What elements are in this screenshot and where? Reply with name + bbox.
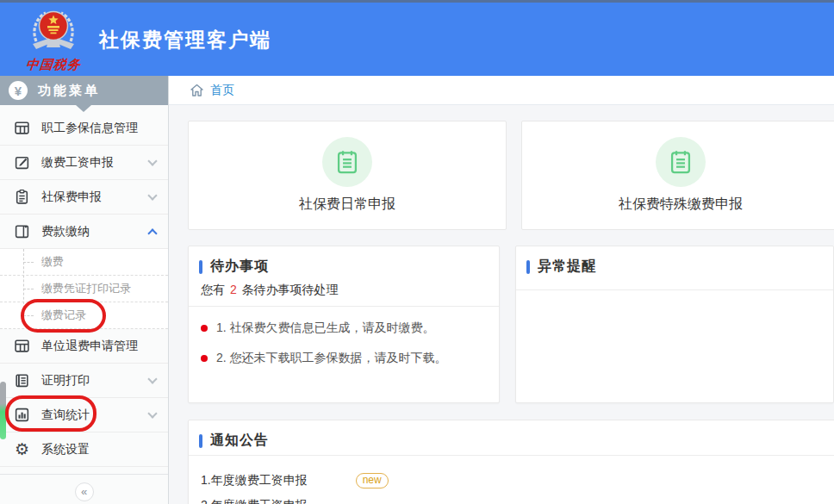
title-accent-bar [526, 260, 530, 274]
submenu-item-label: 缴费 [41, 254, 64, 270]
sidebar-item-social-fee-declaration[interactable]: 社保费申报 [0, 180, 168, 215]
new-badge: new [356, 473, 389, 488]
panel-head: 通知公告 [189, 420, 834, 450]
red-dot-icon [201, 355, 208, 362]
yen-icon: ¥ [9, 81, 28, 100]
tax-bureau-logo: 中国税务 [14, 5, 93, 76]
fee-payment-submenu: 缴费 缴费凭证打印记录 缴费记录 [0, 249, 168, 329]
todo-item-text: 2. 您还未下载职工参保数据，请及时下载。 [216, 351, 447, 366]
menu-list: 职工参保信息管理 缴费工资申报 社保费申报 费款缴纳 缴费 [0, 105, 168, 501]
chevron-up-icon [147, 228, 157, 238]
sidebar-item-refund-application[interactable]: 单位退费申请管理 [0, 329, 168, 364]
todo-panel-title: 待办事项 [210, 258, 269, 276]
todo-item[interactable]: 2. 您还未下载职工参保数据，请及时下载。 [201, 351, 487, 366]
sidebar-item-label: 证明打印 [41, 373, 149, 389]
notepad-icon [666, 147, 695, 177]
sidebar-item-fee-payment[interactable]: 费款缴纳 [0, 215, 168, 249]
app-title: 社保费管理客户端 [99, 27, 271, 53]
sidebar-footer: « [0, 474, 168, 501]
sidebar: ¥ 功能菜单 职工参保信息管理 缴费工资申报 社保费申报 [0, 76, 169, 504]
notice-item-text: 1.年度缴费工资申报 [201, 473, 308, 488]
green-circle [322, 137, 372, 187]
sidebar-item-label: 费款缴纳 [41, 224, 149, 240]
notice-panel-title: 通知公告 [210, 432, 269, 450]
sidebar-subitem-payment-voucher-print-record[interactable]: 缴费凭证打印记录 [0, 276, 168, 302]
breadcrumb: 首页 [169, 76, 834, 105]
bar-chart-icon [14, 407, 30, 423]
sidebar-subitem-payment-record[interactable]: 缴费记录 [0, 302, 168, 329]
submenu-item-label: 缴费凭证打印记录 [41, 281, 131, 296]
sidebar-item-query-statistics[interactable]: 查询统计 [0, 398, 168, 432]
document-lines-icon [14, 372, 30, 389]
sidebar-item-label: 查询统计 [41, 408, 149, 423]
sidebar-subitem-pay[interactable]: 缴费 [0, 249, 168, 276]
todo-list: 1. 社保费欠费信息已生成，请及时缴费。 2. 您还未下载职工参保数据，请及时下… [189, 307, 499, 366]
sidebar-item-label: 系统设置 [41, 442, 156, 457]
clipboard-icon [14, 189, 30, 205]
sidebar-item-label: 缴费工资申报 [41, 155, 149, 171]
chevron-down-icon [147, 156, 157, 165]
todo-item-text: 1. 社保费欠费信息已生成，请及时缴费。 [216, 320, 435, 336]
sidebar-item-label: 单位退费申请管理 [41, 339, 156, 354]
collapse-sidebar-button[interactable]: « [75, 482, 94, 501]
card-label: 社保费特殊缴费申报 [619, 196, 743, 214]
divider [516, 289, 833, 290]
grid-table-icon [14, 120, 30, 136]
todo-panel: 待办事项 您有 2 条待办事项待处理 1. 社保费欠费信息已生成，请及时缴费。 … [188, 246, 500, 403]
card-daily-declaration[interactable]: 社保费日常申报 [188, 121, 507, 230]
content: 社保费日常申报 社保费特殊缴费申报 待办事项 您有 2 条待办事项待处理 [169, 105, 834, 504]
app-header: 中国税务 社保费管理客户端 [0, 0, 834, 76]
chevron-down-icon [147, 408, 157, 418]
chevron-down-icon [147, 374, 157, 383]
scroll-indicator [0, 382, 6, 439]
todo-summary-prefix: 您有 [201, 283, 228, 296]
alert-panel: 异常提醒 [515, 246, 834, 403]
todo-count: 2 [230, 283, 237, 296]
green-circle [656, 137, 706, 187]
red-dot-icon [201, 325, 208, 332]
title-accent-bar [199, 434, 202, 448]
edit-icon [14, 154, 30, 171]
menu-header: ¥ 功能菜单 [0, 76, 168, 105]
main-area: 首页 社保费日常申报 社保费特殊缴费申报 待办事项 [169, 76, 834, 504]
todo-summary: 您有 2 条待办事项待处理 [201, 283, 499, 306]
logo-caption: 中国税务 [13, 57, 94, 73]
sidebar-item-label: 职工参保信息管理 [41, 121, 156, 136]
sidebar-item-system-settings[interactable]: ⚙ 系统设置 [0, 432, 168, 467]
national-emblem-icon [25, 7, 82, 59]
notice-item[interactable]: 2.年度缴费工资申报 [201, 498, 827, 504]
gear-icon: ⚙ [14, 441, 30, 457]
todo-item[interactable]: 1. 社保费欠费信息已生成，请及时缴费。 [201, 320, 487, 336]
notice-list: 1.年度缴费工资申报 new 2.年度缴费工资申报 [189, 456, 834, 504]
alert-panel-title: 异常提醒 [538, 258, 596, 276]
bookmark-icon [14, 223, 30, 240]
chevron-down-icon [147, 190, 157, 200]
home-icon [190, 84, 204, 97]
menu-title: 功能菜单 [38, 83, 100, 99]
panels-row: 待办事项 您有 2 条待办事项待处理 1. 社保费欠费信息已生成，请及时缴费。 … [188, 246, 834, 403]
sidebar-item-certificate-print[interactable]: 证明打印 [0, 364, 168, 398]
todo-summary-suffix: 条待办事项待处理 [239, 283, 339, 296]
notice-panel: 通知公告 1.年度缴费工资申报 new 2.年度缴费工资申报 [188, 420, 834, 504]
title-accent-bar [199, 260, 202, 274]
breadcrumb-home-label: 首页 [210, 83, 234, 98]
sidebar-item-employee-insurance-info[interactable]: 职工参保信息管理 [0, 111, 168, 146]
sidebar-item-label: 社保费申报 [41, 190, 149, 205]
sidebar-item-salary-declaration[interactable]: 缴费工资申报 [0, 146, 168, 180]
panel-head: 异常提醒 [516, 246, 833, 276]
notepad-icon [333, 147, 362, 177]
notice-item[interactable]: 1.年度缴费工资申报 new [201, 473, 827, 488]
notice-item-text: 2.年度缴费工资申报 [201, 498, 308, 504]
grid-table-icon [14, 338, 30, 354]
breadcrumb-home[interactable]: 首页 [190, 83, 234, 98]
card-label: 社保费日常申报 [299, 196, 395, 214]
card-special-payment-declaration[interactable]: 社保费特殊缴费申报 [521, 121, 834, 230]
service-cards-row: 社保费日常申报 社保费特殊缴费申报 [188, 121, 834, 230]
panel-head: 待办事项 [189, 246, 499, 276]
submenu-item-label: 缴费记录 [41, 308, 86, 323]
